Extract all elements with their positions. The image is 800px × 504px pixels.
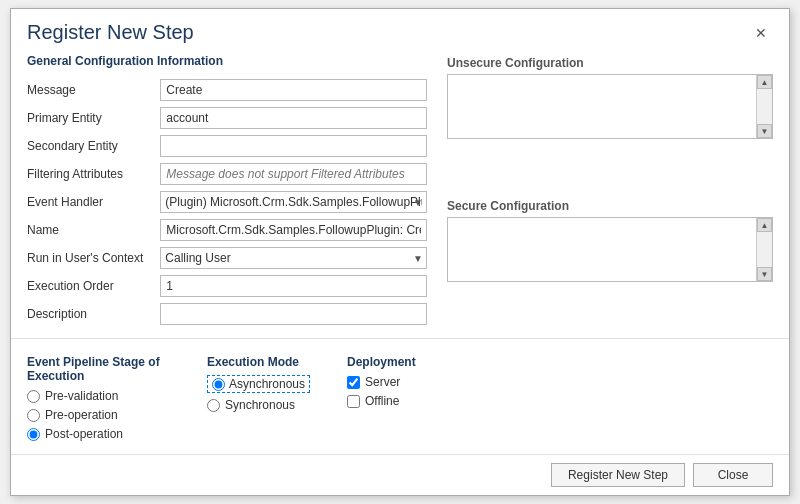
pre-validation-radio[interactable]: [27, 390, 40, 403]
primary-entity-label: Primary Entity: [27, 104, 160, 132]
secure-config-header: Secure Configuration: [447, 199, 773, 213]
footer-bar: Register New Step Close: [11, 454, 789, 495]
secure-config-textarea[interactable]: [448, 218, 756, 278]
secure-config-container: ▲ ▼: [447, 217, 773, 282]
synchronous-radio[interactable]: [207, 399, 220, 412]
filtering-attributes-input[interactable]: [160, 163, 427, 185]
general-form: Message Primary Entity Secondary Entity …: [27, 76, 427, 328]
event-handler-row: Event Handler (Plugin) Microsoft.Crm.Sdk…: [27, 188, 427, 216]
register-new-step-button[interactable]: Register New Step: [551, 463, 685, 487]
unsecure-config-container: ▲ ▼: [447, 74, 773, 139]
name-input[interactable]: [160, 219, 427, 241]
run-in-context-row: Run in User's Context Calling User ▼: [27, 244, 427, 272]
unsecure-scroll-up-btn[interactable]: ▲: [757, 75, 772, 89]
execution-order-row: Execution Order: [27, 272, 427, 300]
post-operation-radio[interactable]: [27, 428, 40, 441]
secondary-entity-label: Secondary Entity: [27, 132, 160, 160]
message-row: Message: [27, 76, 427, 104]
secondary-entity-input[interactable]: [160, 135, 427, 157]
description-label: Description: [27, 300, 160, 328]
bottom-section: Event Pipeline Stage of Execution Pre-va…: [11, 338, 789, 446]
deployment-header: Deployment: [347, 355, 487, 369]
pipeline-stage-col: Event Pipeline Stage of Execution Pre-va…: [27, 349, 207, 446]
asynchronous-radio[interactable]: [212, 378, 225, 391]
server-checkbox-item: Server: [347, 375, 487, 389]
execution-order-input[interactable]: [160, 275, 427, 297]
unsecure-config-textarea[interactable]: [448, 75, 756, 135]
filtering-attributes-row: Filtering Attributes: [27, 160, 427, 188]
primary-entity-row: Primary Entity: [27, 104, 427, 132]
dialog-title: Register New Step: [27, 21, 194, 44]
secondary-entity-row: Secondary Entity: [27, 132, 427, 160]
execution-mode-col: Execution Mode Asynchronous Synchronous: [207, 349, 347, 417]
general-section-header: General Configuration Information: [27, 54, 427, 68]
pipeline-row: Event Pipeline Stage of Execution Pre-va…: [27, 349, 773, 446]
pre-validation-radio-item: Pre-validation: [27, 389, 207, 403]
description-row: Description: [27, 300, 427, 328]
secure-scroll-up-btn[interactable]: ▲: [757, 218, 772, 232]
server-label: Server: [365, 375, 400, 389]
close-button[interactable]: Close: [693, 463, 773, 487]
message-input[interactable]: [160, 79, 427, 101]
pre-operation-label: Pre-operation: [45, 408, 118, 422]
unsecure-scrollbar: ▲ ▼: [756, 75, 772, 138]
pipeline-stage-header: Event Pipeline Stage of Execution: [27, 355, 207, 383]
run-in-context-select[interactable]: Calling User: [160, 247, 427, 269]
secure-scrollbar: ▲ ▼: [756, 218, 772, 281]
dialog-body: General Configuration Information Messag…: [11, 48, 789, 338]
execution-mode-header: Execution Mode: [207, 355, 347, 369]
run-in-context-wrapper: Calling User ▼: [160, 247, 427, 269]
run-in-context-label: Run in User's Context: [27, 244, 160, 272]
event-handler-select[interactable]: (Plugin) Microsoft.Crm.Sdk.Samples.Follo…: [160, 191, 427, 213]
post-operation-label: Post-operation: [45, 427, 123, 441]
name-row: Name: [27, 216, 427, 244]
pre-operation-radio-item: Pre-operation: [27, 408, 207, 422]
pre-operation-radio[interactable]: [27, 409, 40, 422]
deployment-col: Deployment Server Offline: [347, 349, 487, 413]
event-handler-label: Event Handler: [27, 188, 160, 216]
pre-validation-label: Pre-validation: [45, 389, 118, 403]
offline-checkbox[interactable]: [347, 395, 360, 408]
synchronous-radio-item: Synchronous: [207, 398, 347, 412]
unsecure-config-header: Unsecure Configuration: [447, 56, 773, 70]
filtering-attributes-label: Filtering Attributes: [27, 160, 160, 188]
secure-scroll-down-btn[interactable]: ▼: [757, 267, 772, 281]
asynchronous-radio-item: Asynchronous: [207, 375, 347, 393]
name-label: Name: [27, 216, 160, 244]
event-handler-wrapper: (Plugin) Microsoft.Crm.Sdk.Samples.Follo…: [160, 191, 427, 213]
offline-label: Offline: [365, 394, 399, 408]
left-panel: General Configuration Information Messag…: [27, 48, 427, 328]
post-operation-radio-item: Post-operation: [27, 427, 207, 441]
title-bar: Register New Step ✕: [11, 9, 789, 48]
unsecure-scroll-down-btn[interactable]: ▼: [757, 124, 772, 138]
server-checkbox[interactable]: [347, 376, 360, 389]
description-input[interactable]: [160, 303, 427, 325]
dialog-container: Register New Step ✕ General Configuratio…: [10, 8, 790, 496]
execution-order-label: Execution Order: [27, 272, 160, 300]
async-dotted-box: Asynchronous: [207, 375, 310, 393]
asynchronous-label: Asynchronous: [229, 377, 305, 391]
right-panel: Unsecure Configuration ▲ ▼ Secure Config…: [447, 48, 773, 328]
dialog-close-button[interactable]: ✕: [749, 23, 773, 43]
primary-entity-input[interactable]: [160, 107, 427, 129]
synchronous-label: Synchronous: [225, 398, 295, 412]
message-label: Message: [27, 76, 160, 104]
offline-checkbox-item: Offline: [347, 394, 487, 408]
